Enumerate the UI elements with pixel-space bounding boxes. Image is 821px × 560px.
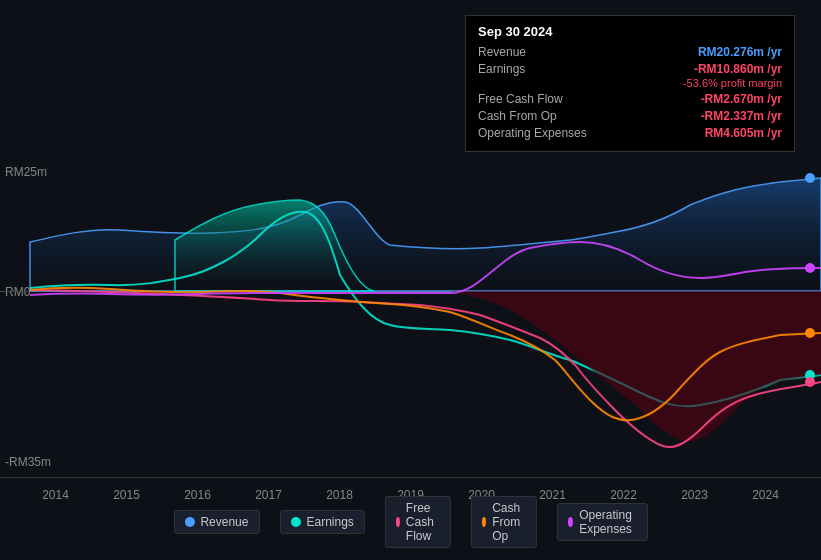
x-label-2023: 2023 [681,488,708,502]
profit-margin-label: -53.6% profit margin [478,77,782,89]
tooltip-value-revenue: RM20.276m /yr [698,45,782,59]
tooltip-label-cashop: Cash From Op [478,109,598,123]
legend-label-fcf: Free Cash Flow [406,501,440,543]
chart-container: Sep 30 2024 Revenue RM20.276m /yr Earnin… [0,0,821,560]
tooltip-title: Sep 30 2024 [478,24,782,39]
cashop-dot-end [805,328,815,338]
tooltip-row-cashop: Cash From Op -RM2.337m /yr [478,109,782,123]
legend-label-opex: Operating Expenses [579,508,636,536]
legend-dot-cashop [482,517,486,527]
tooltip-label-revenue: Revenue [478,45,598,59]
tooltip-box: Sep 30 2024 Revenue RM20.276m /yr Earnin… [465,15,795,152]
x-label-2015: 2015 [113,488,140,502]
legend-item-earnings[interactable]: Earnings [279,510,364,534]
x-label-2014: 2014 [42,488,69,502]
tooltip-label-earnings: Earnings [478,62,598,76]
legend-label-cashop: Cash From Op [492,501,526,543]
chart-svg [0,160,821,470]
tooltip-label-opex: Operating Expenses [478,126,598,140]
x-axis [0,477,821,478]
legend-dot-fcf [396,517,400,527]
legend-dot-revenue [184,517,194,527]
legend-label-revenue: Revenue [200,515,248,529]
tooltip-row-earnings: Earnings -RM10.860m /yr [478,62,782,76]
tooltip-label-fcf: Free Cash Flow [478,92,598,106]
tooltip-value-fcf: -RM2.670m /yr [701,92,782,106]
legend-dot-earnings [290,517,300,527]
tooltip-row-revenue: Revenue RM20.276m /yr [478,45,782,59]
tooltip-row-opex: Operating Expenses RM4.605m /yr [478,126,782,140]
opex-dot-end [805,263,815,273]
fcf-dot-end [805,377,815,387]
tooltip-row-fcf: Free Cash Flow -RM2.670m /yr [478,92,782,106]
x-label-2024: 2024 [752,488,779,502]
tooltip-value-cashop: -RM2.337m /yr [701,109,782,123]
legend: Revenue Earnings Free Cash Flow Cash Fro… [173,496,647,548]
tooltip-value-opex: RM4.605m /yr [705,126,782,140]
legend-dot-opex [568,517,573,527]
revenue-dot-end [805,173,815,183]
tooltip-value-earnings: -RM10.860m /yr [694,62,782,76]
legend-item-opex[interactable]: Operating Expenses [557,503,648,541]
revenue-area [30,178,821,291]
legend-label-earnings: Earnings [306,515,353,529]
legend-item-cashop[interactable]: Cash From Op [471,496,537,548]
legend-item-fcf[interactable]: Free Cash Flow [385,496,451,548]
legend-item-revenue[interactable]: Revenue [173,510,259,534]
